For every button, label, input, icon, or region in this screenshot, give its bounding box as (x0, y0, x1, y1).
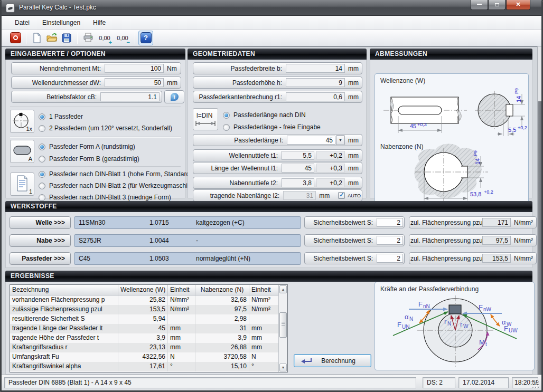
new-file-button[interactable] (30, 31, 44, 45)
shaft-groove-length-tolerance: +0,3 (316, 164, 345, 173)
status-bar: Passfeder DIN 6885 (Blatt 1) - A 14 x 9 … (2, 375, 541, 390)
key-length-dropdown-button[interactable]: ▼ (336, 135, 345, 145)
shaft-groove-length-row: Länge der Wellennut l1: 45 +0,3 mm (193, 162, 362, 174)
table-row[interactable]: Kraftangriffswinkel alpha17,61°15,10° (10, 362, 278, 371)
key-material-button[interactable]: Passfeder >>> (10, 252, 71, 265)
scroll-up-button[interactable]: ▲ (279, 285, 287, 293)
app-window: Parallel Key Calc - Test.pkc ✕ Datei Ein… (0, 0, 543, 392)
scrollbar-thumb[interactable] (538, 101, 541, 375)
hub-safety-row: Sicherheitsbeiwert S: 2 (304, 234, 405, 246)
shaft-diameter-input[interactable]: 50 (105, 78, 164, 87)
radio-din-sheet-1[interactable]: Passfeder nach DIN-Blatt 1 (hohe Form, S… (39, 169, 192, 179)
close-button[interactable]: ✕ (506, 0, 530, 10)
decimals-increase-icon: 0,00+ (97, 35, 113, 41)
svg-text:r: r (444, 318, 447, 326)
exit-icon (10, 32, 21, 43)
exit-button[interactable] (8, 31, 23, 45)
service-factor-input[interactable]: 1.1 (100, 92, 160, 101)
table-row[interactable]: Umfangskraft Fu4322,56N3720,58N (10, 352, 278, 362)
menu-einstellungen[interactable]: Einstellungen (36, 17, 86, 28)
table-row[interactable]: zulässige Flächenpressung pzul153,5N/mm²… (10, 305, 278, 314)
hub-material-button[interactable]: Nabe >>> (10, 234, 71, 247)
hub-safety-input[interactable]: 2 (377, 236, 403, 245)
hub-pressure-value: 97,5 (482, 236, 511, 245)
menu-bar: Datei Einstellungen Hilfe (2, 16, 541, 30)
key-width-input[interactable]: 14 (286, 64, 345, 73)
menu-datei[interactable]: Datei (9, 17, 35, 28)
dimensions-drawing-panel: Wellenzone (W) Nabenzone (N) 45 +0,3 (375, 73, 529, 206)
svg-text:W: W (463, 323, 469, 329)
radio-length-din[interactable]: Passfederlänge nach DIN (223, 110, 306, 120)
key-material-field[interactable]: C45 1.0503 normalgeglüht (+N) (74, 252, 301, 265)
menu-hilfe[interactable]: Hilfe (87, 17, 111, 28)
radio-two-keys[interactable]: 2 Passfedern (um 120° versetzt, Sonderfa… (39, 123, 172, 133)
resize-grip[interactable] (532, 381, 539, 388)
save-icon (62, 33, 71, 43)
help-button[interactable]: ? (138, 31, 153, 45)
inputs-section-header: EINGABEWERTE / OPTIONEN (5, 49, 185, 60)
title-bar[interactable]: Parallel Key Calc - Test.pkc ✕ (0, 0, 543, 16)
key-safety-input[interactable]: 2 (377, 254, 403, 263)
hub-groove-depth-input[interactable]: 3,8 (282, 178, 314, 187)
shaft-groove-length-input[interactable]: 45 (282, 164, 314, 173)
key-height-input[interactable]: 9 (286, 78, 345, 87)
shaft-groove-depth-input[interactable]: 5,5 (282, 151, 314, 160)
open-file-button[interactable] (44, 31, 59, 45)
hub-groove-depth-row: Nabennuttiefe t2: 3,8 +0,2 mm (193, 177, 362, 189)
radio-icon (39, 156, 45, 162)
table-row[interactable]: Kraftangriffsradius r23,13mm26,88mm (10, 343, 278, 352)
table-row[interactable]: resultierende Sicherheit S5,942,98 (10, 314, 278, 324)
calculate-button[interactable]: Berechnung (294, 354, 371, 367)
torque-unit: Nm (164, 65, 180, 72)
table-scrollbar[interactable]: ▲ ▼ (278, 285, 287, 372)
svg-text:+0,2: +0,2 (518, 125, 527, 130)
svg-text:F: F (397, 321, 401, 329)
table-row[interactable]: vorhandenen Flächenpressung p25,82N/mm²3… (10, 295, 278, 305)
inputs-panel: Nenndrehmoment Mt: 100 Nm Wellendurchmes… (5, 60, 185, 198)
radio-icon-selected (223, 112, 230, 119)
toolbar-separator (26, 32, 26, 44)
open-folder-icon (46, 33, 58, 43)
print-button[interactable] (81, 31, 96, 45)
radio-icon-selected (39, 144, 45, 150)
radio-one-key[interactable]: 1 Passfeder (39, 112, 83, 121)
svg-text:14: 14 (474, 158, 481, 165)
table-row[interactable]: tragende Länge der Passfeder lt45mm31mm (10, 324, 278, 333)
decimals-increase-button[interactable]: 0,00+ (96, 31, 114, 45)
divider (10, 106, 181, 107)
shaft-material-button[interactable]: Welle >>> (10, 216, 71, 229)
maximize-button[interactable] (488, 0, 505, 10)
window-title: Parallel Key Calc - Test.pkc (19, 4, 96, 11)
shaft-material-field[interactable]: 11SMn30 1.0715 kaltgezogen (+C) (74, 216, 301, 229)
service-factor-label: Betriebsfaktor cB: (13, 93, 100, 101)
shaft-diameter-unit: mm (164, 79, 180, 87)
radio-form-b[interactable]: Passfeder Form B (geradstirnig) (39, 154, 139, 164)
radio-din-sheet-2[interactable]: Passfeder nach DIN-Blatt 2 (für Werkzeug… (39, 181, 200, 190)
torque-input[interactable]: 100 (105, 64, 164, 73)
hub-length-row: tragende Nabenlänge l2: 31 mm AUTO (193, 189, 362, 202)
minimize-button[interactable] (471, 0, 488, 10)
hub-material-field[interactable]: S275JR 1.0044 - (74, 234, 301, 247)
svg-text:nW: nW (483, 307, 492, 312)
key-chamfer-input[interactable]: 0,6 (286, 92, 345, 101)
technical-drawing: 45 +0,3 14 P9 5,5 +0,2 (375, 74, 528, 206)
save-button[interactable] (59, 31, 74, 45)
scroll-down-button[interactable]: ▼ (279, 364, 287, 371)
geometry-section-header: GEOMETRIEDATEN (188, 49, 367, 60)
table-row[interactable]: tragende Höhe der Passfeder t3,9mm3,9mm (10, 333, 278, 343)
materials-section-header: WERKSTOFFE (5, 201, 532, 212)
shaft-safety-input[interactable]: 2 (377, 218, 403, 227)
radio-length-free[interactable]: Passfederlänge - freie Eingabe (223, 122, 321, 132)
decimals-decrease-button[interactable]: 0,00− (114, 31, 132, 45)
window-scrollbar[interactable] (537, 46, 541, 375)
scrollbar-thumb[interactable] (279, 312, 287, 338)
print-icon (83, 33, 93, 43)
key-length-row: Passfederlänge l: 45 ▼ mm (193, 134, 362, 146)
hub-length-auto-checkbox[interactable] (338, 192, 345, 199)
hub-length-input[interactable]: 31 (283, 191, 316, 200)
key-length-input[interactable]: 45 (287, 136, 335, 145)
svg-text:UN: UN (402, 324, 409, 330)
new-file-icon (32, 33, 42, 43)
service-factor-info-button[interactable]: i (164, 90, 184, 103)
radio-form-a[interactable]: Passfeder Form A (rundstirnig) (39, 142, 135, 151)
